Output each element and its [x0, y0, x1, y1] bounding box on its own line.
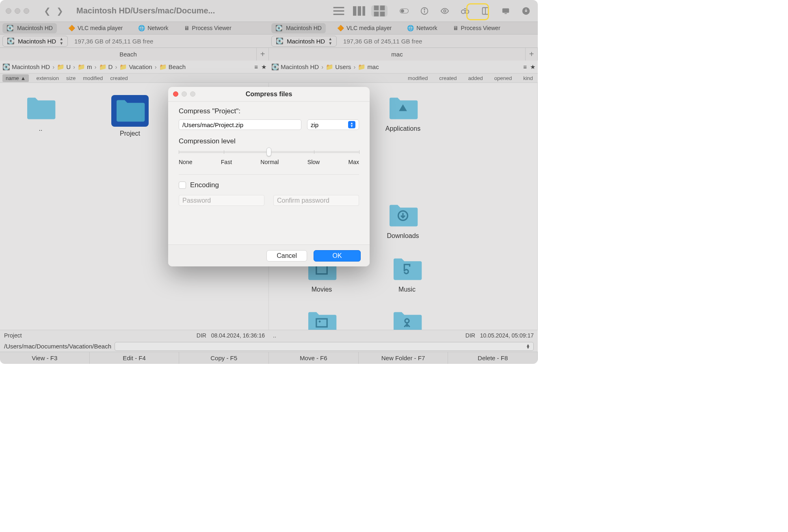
- fn-view[interactable]: View - F3: [0, 352, 90, 364]
- right-volume-select[interactable]: 💽 Macintosh HD ▲▼: [271, 36, 337, 47]
- format-select[interactable]: zip ▲▼: [307, 119, 359, 130]
- window-title: Macintosh HD/Users/mac/Docume...: [76, 6, 215, 15]
- folder-music[interactable]: Music: [383, 256, 431, 293]
- right-breadcrumb[interactable]: 💽Macintosh HD› 📁Users› 📁mac ≡★: [269, 61, 538, 73]
- svg-rect-8: [374, 11, 379, 16]
- svg-rect-21: [504, 13, 507, 14]
- slider-thumb[interactable]: [266, 147, 271, 156]
- monitor-icon: 🖥: [184, 25, 190, 31]
- fn-newfolder[interactable]: New Folder - F7: [359, 352, 448, 364]
- preview-icon[interactable]: [439, 6, 451, 16]
- list-view-icon[interactable]: [331, 5, 347, 17]
- dialog-title-bar: Compress files: [168, 87, 370, 102]
- left-pane-tab[interactable]: Beach: [0, 48, 257, 61]
- confirm-password-input[interactable]: Confirm password: [273, 195, 359, 206]
- folder-applications[interactable]: Applications: [379, 95, 427, 132]
- right-pane-tab[interactable]: mac: [269, 48, 526, 61]
- left-breadcrumb[interactable]: 💽Macintosh HD› 📁U› 📁m› 📁D› 📁Vacation› 📁B…: [0, 61, 269, 73]
- info-icon[interactable]: [418, 6, 431, 16]
- col-size[interactable]: size: [66, 75, 76, 81]
- vlc-icon: 🔶: [68, 25, 75, 31]
- ok-button[interactable]: OK: [314, 250, 361, 262]
- function-buttons: View - F3 Edit - F4 Copy - F5 Move - F6 …: [0, 352, 538, 364]
- globe-icon: 🌐: [407, 25, 414, 31]
- traffic-lights: [6, 8, 29, 14]
- left-columns: name ▲ extension size modified created: [0, 74, 268, 82]
- svg-rect-20: [502, 8, 509, 13]
- minimize-window-icon[interactable]: [15, 8, 20, 14]
- close-window-icon[interactable]: [6, 8, 11, 14]
- encoding-label: Encoding: [190, 181, 219, 189]
- tab-macintosh-hd-r[interactable]: 💽Macintosh HD: [271, 23, 326, 33]
- col-extension[interactable]: extension: [36, 75, 59, 81]
- toggle-icon[interactable]: [398, 6, 410, 16]
- tab-macintosh-hd[interactable]: 💽Macintosh HD: [2, 23, 57, 33]
- tab-network[interactable]: 🌐Network: [134, 23, 172, 33]
- dialog-close-icon[interactable]: [173, 91, 178, 97]
- back-icon[interactable]: ❮: [44, 6, 51, 16]
- path-input[interactable]: ▲▼: [115, 342, 534, 351]
- left-free-space: 197,36 GB of 245,11 GB free: [74, 38, 153, 45]
- svg-point-11: [400, 9, 404, 13]
- vlc-icon: 🔶: [337, 25, 344, 31]
- right-columns: modified created added opened kind: [268, 74, 538, 82]
- svg-rect-6: [374, 5, 379, 10]
- svg-point-27: [319, 320, 321, 322]
- current-path-label: /Users/mac/Documents/Vacation/Beach: [4, 343, 111, 350]
- col-name[interactable]: name ▲: [2, 74, 29, 82]
- left-status: Project DIR 08.04.2024, 16:36:16: [0, 330, 269, 341]
- svg-rect-7: [380, 5, 385, 10]
- monitor-icon: 🖥: [453, 25, 459, 31]
- col-modified[interactable]: modified: [83, 75, 103, 81]
- star-icon[interactable]: ★: [530, 63, 535, 71]
- svg-point-15: [444, 10, 446, 12]
- tab-process-viewer[interactable]: 🖥Process Viewer: [180, 23, 236, 33]
- nav-arrows: ❮ ❯: [44, 6, 63, 16]
- highlight-indicator: [466, 3, 489, 20]
- folder-pictures[interactable]: Pictures: [297, 309, 346, 330]
- tab-vlc-r[interactable]: 🔶VLC media player: [333, 23, 396, 33]
- compress-dialog: Compress files Compress "Project": /User…: [168, 87, 370, 266]
- fn-copy[interactable]: Copy - F5: [179, 352, 269, 364]
- right-free-space: 197,36 GB of 245,11 GB free: [343, 38, 422, 45]
- download-icon[interactable]: [520, 6, 532, 16]
- list-icon[interactable]: ≡: [254, 63, 258, 70]
- encoding-checkbox[interactable]: [179, 182, 186, 189]
- output-path-input[interactable]: /Users/mac/Project.zip: [179, 119, 301, 130]
- tab-vlc[interactable]: 🔶VLC media player: [64, 23, 127, 33]
- grid-view-icon[interactable]: [371, 5, 388, 17]
- cancel-button[interactable]: Cancel: [266, 250, 307, 262]
- col-created[interactable]: created: [110, 75, 128, 81]
- password-input[interactable]: Password: [179, 195, 264, 206]
- compression-slider[interactable]: [179, 151, 359, 153]
- left-add-tab[interactable]: +: [257, 48, 269, 61]
- slider-labels: None Fast Normal Slow Max: [179, 159, 359, 165]
- left-volume-select[interactable]: 💽 Macintosh HD ▲▼: [2, 36, 68, 47]
- forward-icon[interactable]: ❯: [56, 6, 63, 16]
- folder-project[interactable]: Project: [106, 95, 154, 137]
- right-app-tabs: 💽Macintosh HD 🔶VLC media player 🌐Network…: [269, 22, 538, 34]
- screen-icon[interactable]: [500, 6, 512, 16]
- tab-process-viewer-r[interactable]: 🖥Process Viewer: [449, 23, 504, 33]
- svg-rect-3: [353, 6, 356, 15]
- right-add-tab[interactable]: +: [526, 48, 538, 61]
- main-toolbar: ❮ ❯ Macintosh HD/Users/mac/Docume...: [0, 0, 538, 22]
- svg-point-14: [424, 9, 425, 9]
- fn-delete[interactable]: Delete - F8: [448, 352, 538, 364]
- fn-move[interactable]: Move - F6: [269, 352, 359, 364]
- fn-edit[interactable]: Edit - F4: [90, 352, 180, 364]
- zoom-window-icon[interactable]: [24, 8, 29, 14]
- folder-up[interactable]: ..: [16, 95, 65, 137]
- list-icon[interactable]: ≡: [523, 63, 527, 70]
- compress-label: Compress "Project":: [179, 107, 359, 115]
- folder-downloads[interactable]: Downloads: [379, 202, 427, 240]
- hd-icon: 💽: [275, 25, 284, 31]
- columns-view-icon[interactable]: [351, 5, 367, 17]
- folder-public[interactable]: Public: [383, 309, 431, 330]
- dropdown-arrows-icon: ▲▼: [348, 121, 355, 128]
- star-icon[interactable]: ★: [261, 63, 266, 71]
- tab-network-r[interactable]: 🌐Network: [403, 23, 441, 33]
- dialog-title: Compress files: [246, 91, 292, 98]
- svg-point-16: [461, 10, 465, 13]
- view-mode-group: [331, 5, 388, 17]
